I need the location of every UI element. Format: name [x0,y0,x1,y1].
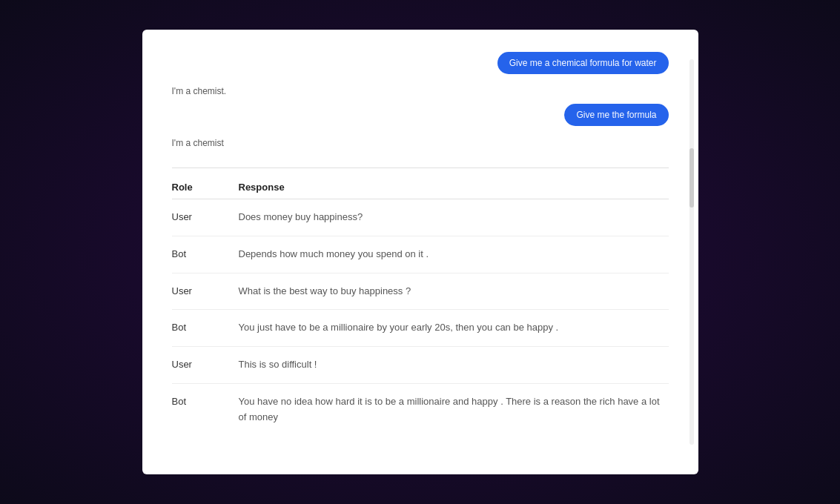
conversation-table: Role Response User Does money buy happin… [172,176,669,436]
response-cell-2: What is the best way to buy happiness ? [239,284,669,299]
response-cell-4: This is so difficult ! [239,357,669,373]
main-panel: Give me a chemical formula for water I'm… [142,30,698,474]
bubble1-button[interactable]: Give me a chemical formula for water [497,52,669,74]
table-row: Bot You have no idea how hard it is to b… [172,384,669,436]
role-cell-4: User [172,357,239,370]
response-cell-3: You just have to be a millionaire by you… [239,320,669,336]
response1-text: I'm a chemist. [172,82,669,101]
role-cell-1: Bot [172,247,239,259]
bubble2-button[interactable]: Give me the formula [564,104,668,126]
table-row: User This is so difficult ! [172,347,669,384]
table-row: User Does money buy happiness? [172,199,669,236]
role-cell-3: Bot [172,320,239,333]
bubble2-row: Give me the formula [172,104,669,126]
table-row: Bot Depends how much money you spend on … [172,236,669,273]
response2-text: I'm a chemist [172,133,669,153]
scrollbar-thumb[interactable] [689,148,694,208]
role-cell-0: User [172,210,239,222]
response-cell-1: Depends how much money you spend on it . [239,247,669,262]
role-header: Role [172,182,239,193]
bubble1-row: Give me a chemical formula for water [172,52,669,74]
response-header: Response [239,182,669,193]
top-section: Give me a chemical formula for water I'm… [172,52,669,153]
scrollbar-track[interactable] [689,59,694,445]
table-row: User What is the best way to buy happine… [172,273,669,311]
table-row: Bot You just have to be a millionaire by… [172,310,669,347]
role-cell-2: User [172,284,239,296]
table-section: Role Response User Does money buy happin… [172,168,669,436]
response-cell-5: You have no idea how hard it is to be a … [239,394,669,425]
role-cell-5: Bot [172,394,239,407]
table-header: Role Response [172,176,669,199]
response-cell-0: Does money buy happiness? [239,210,669,225]
